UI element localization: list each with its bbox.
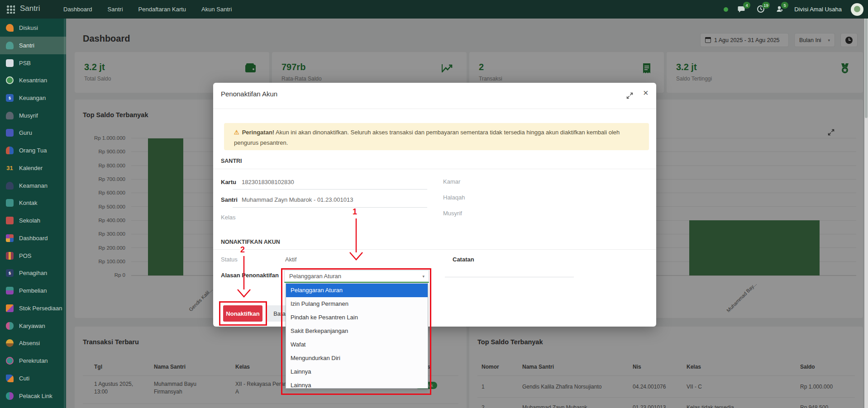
warning-bold: Peringatan! [242,129,275,136]
chevron-down-icon: ▾ [422,274,424,279]
alasan-selected-value: Pelanggaran Aturan [289,273,341,280]
divider [213,249,656,250]
sidebar-item-pembelian[interactable]: Pembelian [0,282,66,299]
warning-icon: ⚠ [234,129,239,136]
mentor-icon [6,112,14,119]
dropdown-option[interactable]: Mengundurkan Diri [286,351,428,365]
santri-value[interactable]: Muhammad Zayn Mubarok - 01.23.001013 [242,196,353,203]
history-badge: 19 [762,2,770,9]
musyrif-label: Musyrif [443,210,462,217]
employees-icon [6,322,14,330]
dropdown-option[interactable]: Pindah ke Pesantren Lain [286,311,428,324]
sidebar-scrollbar[interactable] [64,19,66,408]
sidebar-item-absensi[interactable]: Absensi [0,334,66,352]
brand[interactable]: Santri [20,4,40,13]
emblem-icon [6,76,14,84]
user-division-label[interactable]: Divisi Amal Usaha [794,6,842,13]
attendance-icon [6,339,14,347]
link-icon [6,392,14,400]
kartu-label: Kartu [221,179,236,185]
sidebar-item-keuangan[interactable]: $Keuangan [0,89,66,107]
sidebar-item-psb[interactable]: PSB [0,54,66,72]
approval-bell-icon[interactable]: 5 [775,5,785,14]
nav-item-pendaftaran-kartu[interactable]: Pendaftaran Kartu [138,6,186,13]
dropdown-option[interactable]: Wafat [286,338,428,351]
sidebar-item-diskusi[interactable]: Diskusi [0,19,66,37]
sidebar-item-kesantrian[interactable]: Kesantrian [0,71,66,89]
sidebar-item-sekolah[interactable]: Sekolah [0,212,66,229]
inventory-icon [6,304,14,312]
chat-badge: 4 [743,2,750,9]
section-heading-santri: SANTRI [221,158,242,164]
recruitment-icon [6,357,14,365]
teacher-icon [6,129,14,137]
dropdown-option[interactable]: Sakit Berkepanjangan [286,324,428,338]
sidebar-item-guru[interactable]: Guru [0,124,66,142]
app-launcher-icon[interactable] [6,5,15,14]
parents-icon [6,147,14,154]
sidebar-item-penagihan[interactable]: $Penagihan [0,264,66,282]
history-clock-icon[interactable]: 19 [756,5,766,14]
chat-icon [6,24,14,32]
dropdown-option[interactable]: Izin Pulang Permanen [286,297,428,311]
sidebar-item-orang-tua[interactable]: Orang Tua [0,142,66,159]
alasan-dropdown-list: Pelanggaran Aturan Izin Pulang Permanen … [286,283,428,389]
top-navbar: Santri Dashboard Santri Pendaftaran Kart… [0,0,868,19]
nav-item-santri[interactable]: Santri [108,6,123,13]
security-icon [6,182,14,190]
warning-alert: ⚠Peringatan! Akun ini akan dinonaktifkan… [224,123,649,150]
dashboard-icon [6,234,14,242]
navbar-right: 4 19 5 Divisi Amal Usaha [724,0,863,19]
sidebar-item-kalender[interactable]: 31Kalender [0,159,66,177]
sidebar-item-karyawan[interactable]: Karyawan [0,317,66,335]
scrollbar-thumb[interactable] [865,19,868,118]
dropdown-option[interactable]: Lainnya [286,365,428,379]
sidebar-item-dashboard[interactable]: Dashboard [0,229,66,247]
sidebar-item-stok-persediaan[interactable]: Stok Persediaan [0,299,66,317]
sidebar-item-kontak[interactable]: Kontak [0,194,66,212]
modal-title: Penonaktifan Akun [221,90,277,98]
catatan-underline[interactable] [445,277,574,277]
document-icon [6,59,14,67]
input-underline [233,207,427,208]
santri-label: Santri [221,196,238,203]
kartu-value[interactable]: 1823018308102830 [242,179,294,185]
student-icon [6,42,14,49]
sidebar-item-perekrutan[interactable]: Perekrutan [0,352,66,370]
leave-icon [6,375,14,382]
catatan-label: Catatan [453,256,474,263]
page-scrollbar[interactable] [864,19,868,408]
kamar-label: Kamar [443,178,460,185]
nav-item-dashboard[interactable]: Dashboard [63,6,92,13]
contact-icon [6,199,14,207]
divider [213,109,656,109]
screen: Santri Dashboard Santri Pendaftaran Kart… [0,0,868,408]
money-icon: $ [6,94,14,102]
sidebar-item-cuti[interactable]: Cuti [0,370,66,387]
pos-icon [6,252,14,260]
sidebar-item-santri[interactable]: Santri [0,37,66,54]
nav-item-akun-santri[interactable]: Akun Santri [201,6,232,13]
close-icon[interactable]: × [643,88,649,98]
alasan-select[interactable]: Pelanggaran Aturan ▾ [284,270,429,283]
sidebar-item-keamanan[interactable]: Keamanan [0,177,66,195]
sidebar-item-musyrif[interactable]: Musyrif [0,107,66,124]
expand-icon[interactable] [626,92,634,101]
navbar-menu: Dashboard Santri Pendaftaran Kartu Akun … [63,0,232,19]
avatar[interactable] [851,3,863,16]
calendar-icon: 31 [6,164,14,172]
halaqah-label: Halaqah [443,194,465,201]
alasan-label: Alasan Penonaktifan [221,272,279,279]
sidebar-item-pos[interactable]: POS [0,247,66,265]
dropdown-option[interactable]: Pelanggaran Aturan [286,284,428,297]
warning-text: Akun ini akan dinonaktifkan. Seluruh aks… [234,129,620,146]
sidebar: Diskusi Santri PSB Kesantrian $Keuangan … [0,19,66,408]
status-label: Status [221,256,238,263]
dropdown-option[interactable]: Lainnya [286,379,428,389]
purchase-icon [6,287,14,294]
kelas-label: Kelas [221,214,236,221]
deactivate-button[interactable]: Nonaktifkan [223,305,262,322]
chat-icon[interactable]: 4 [737,5,747,14]
online-status-dot [724,7,728,12]
sidebar-item-pelacak-link[interactable]: Pelacak Link [0,387,66,405]
